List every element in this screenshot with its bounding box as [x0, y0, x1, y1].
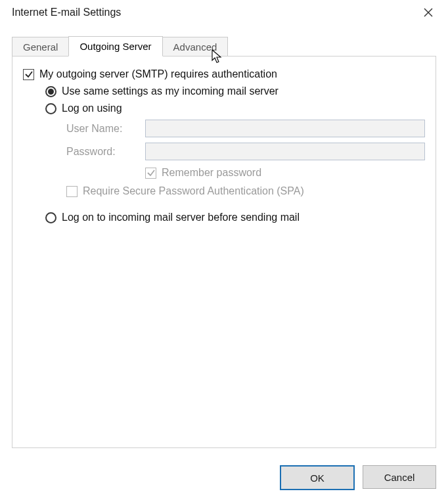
radio-log-on-incoming-label: Log on to incoming mail server before se… — [62, 212, 300, 223]
tab-label: Advanced — [173, 41, 217, 53]
require-spa-label: Require Secure Password Authentication (… — [83, 185, 304, 197]
requires-auth-row: My outgoing server (SMTP) requires authe… — [23, 68, 425, 80]
checkmark-icon — [24, 70, 34, 79]
radio-log-on-incoming[interactable] — [45, 212, 56, 223]
checkmark-icon — [146, 168, 156, 177]
require-spa-checkbox — [66, 186, 78, 197]
radio-same-settings-label: Use same settings as my incoming mail se… — [62, 85, 279, 97]
ok-button-label: OK — [310, 472, 325, 484]
remember-password-row: Remember password — [66, 167, 425, 179]
ok-button[interactable]: OK — [280, 465, 355, 490]
password-input — [145, 143, 425, 160]
cancel-button-label: Cancel — [384, 472, 415, 483]
requires-auth-label: My outgoing server (SMTP) requires authe… — [39, 68, 277, 80]
tab-label: General — [23, 41, 58, 53]
close-icon — [424, 8, 433, 17]
cancel-button[interactable]: Cancel — [363, 465, 436, 489]
password-label: Password: — [66, 146, 145, 158]
requires-auth-checkbox[interactable] — [23, 69, 34, 80]
option-log-on-using-row: Log on using — [45, 103, 425, 114]
client-area: General Outgoing Server Advanced My outg… — [0, 26, 448, 459]
titlebar: Internet E-mail Settings — [0, 0, 448, 26]
tab-advanced[interactable]: Advanced — [162, 37, 229, 57]
option-log-on-incoming-row: Log on to incoming mail server before se… — [45, 212, 425, 223]
radio-same-settings[interactable] — [45, 86, 56, 97]
password-row: Password: — [66, 143, 425, 160]
window-title: Internet E-mail Settings — [12, 7, 121, 18]
dialog-footer: OK Cancel — [0, 459, 448, 502]
remember-password-checkbox — [145, 168, 156, 179]
tab-outgoing-server[interactable]: Outgoing Server — [68, 36, 162, 57]
panel-outgoing-server: My outgoing server (SMTP) requires authe… — [12, 56, 436, 448]
user-name-row: User Name: — [66, 120, 425, 137]
radio-log-on-using-label: Log on using — [62, 103, 122, 114]
close-button[interactable] — [414, 3, 443, 22]
tab-general[interactable]: General — [12, 37, 69, 57]
option-same-settings-row: Use same settings as my incoming mail se… — [45, 85, 425, 97]
dialog-window: Internet E-mail Settings General Outgoin… — [0, 0, 448, 502]
user-name-input — [145, 120, 425, 137]
user-name-label: User Name: — [66, 123, 145, 135]
tab-label: Outgoing Server — [79, 41, 151, 52]
remember-password-label: Remember password — [162, 167, 261, 179]
radio-log-on-using[interactable] — [45, 103, 56, 114]
require-spa-row: Require Secure Password Authentication (… — [66, 185, 425, 197]
tabstrip: General Outgoing Server Advanced — [12, 35, 436, 56]
